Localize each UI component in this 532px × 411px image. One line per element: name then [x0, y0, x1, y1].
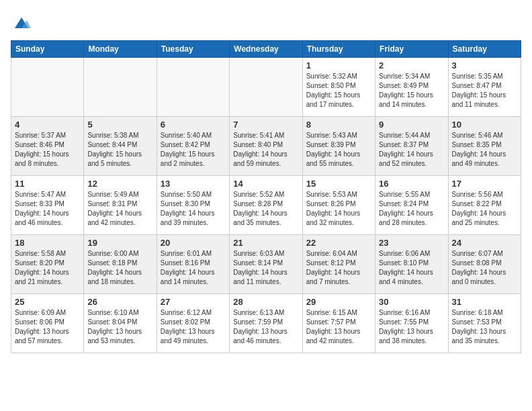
- calendar-cell: [157, 58, 229, 117]
- weekday-header-friday: Friday: [375, 41, 448, 58]
- day-info: Sunrise: 5:35 AM Sunset: 8:47 PM Dayligh…: [452, 72, 517, 109]
- calendar-week-2: 4Sunrise: 5:37 AM Sunset: 8:46 PM Daylig…: [11, 117, 521, 176]
- day-info: Sunrise: 5:46 AM Sunset: 8:35 PM Dayligh…: [452, 131, 517, 169]
- day-info: Sunrise: 5:56 AM Sunset: 8:22 PM Dayligh…: [452, 190, 517, 228]
- calendar-cell: 7Sunrise: 5:41 AM Sunset: 8:40 PM Daylig…: [230, 117, 302, 176]
- calendar-cell: 25Sunrise: 6:09 AM Sunset: 8:06 PM Dayli…: [11, 294, 84, 353]
- day-number: 29: [306, 297, 371, 307]
- weekday-header-sunday: Sunday: [11, 41, 84, 58]
- day-number: 13: [161, 179, 226, 189]
- day-info: Sunrise: 6:18 AM Sunset: 7:53 PM Dayligh…: [452, 308, 517, 346]
- calendar-cell: 27Sunrise: 6:12 AM Sunset: 8:02 PM Dayli…: [157, 294, 229, 353]
- calendar-cell: 30Sunrise: 6:16 AM Sunset: 7:55 PM Dayli…: [375, 294, 448, 353]
- day-info: Sunrise: 5:37 AM Sunset: 8:46 PM Dayligh…: [15, 131, 80, 169]
- calendar-cell: 13Sunrise: 5:50 AM Sunset: 8:30 PM Dayli…: [157, 176, 229, 235]
- day-number: 10: [452, 120, 517, 130]
- calendar-week-3: 11Sunrise: 5:47 AM Sunset: 8:33 PM Dayli…: [11, 176, 521, 235]
- weekday-header-saturday: Saturday: [448, 41, 521, 58]
- day-number: 18: [15, 238, 80, 248]
- calendar-cell: [11, 58, 84, 117]
- day-number: 14: [233, 179, 298, 189]
- day-info: Sunrise: 5:32 AM Sunset: 8:50 PM Dayligh…: [306, 72, 371, 109]
- day-info: Sunrise: 6:12 AM Sunset: 8:02 PM Dayligh…: [161, 308, 226, 346]
- calendar-table: SundayMondayTuesdayWednesdayThursdayFrid…: [11, 40, 521, 353]
- calendar-cell: 1Sunrise: 5:32 AM Sunset: 8:50 PM Daylig…: [302, 58, 375, 117]
- page-header: [11, 11, 521, 35]
- weekday-header-wednesday: Wednesday: [230, 41, 302, 58]
- day-info: Sunrise: 5:53 AM Sunset: 8:26 PM Dayligh…: [306, 190, 371, 228]
- calendar-cell: 4Sunrise: 5:37 AM Sunset: 8:46 PM Daylig…: [11, 117, 84, 176]
- weekday-header-thursday: Thursday: [302, 41, 375, 58]
- calendar-week-1: 1Sunrise: 5:32 AM Sunset: 8:50 PM Daylig…: [11, 58, 521, 117]
- day-info: Sunrise: 6:04 AM Sunset: 8:12 PM Dayligh…: [306, 249, 371, 287]
- calendar-cell: 17Sunrise: 5:56 AM Sunset: 8:22 PM Dayli…: [448, 176, 521, 235]
- day-info: Sunrise: 5:58 AM Sunset: 8:20 PM Dayligh…: [15, 249, 80, 287]
- day-info: Sunrise: 6:15 AM Sunset: 7:57 PM Dayligh…: [306, 308, 371, 346]
- calendar-cell: 8Sunrise: 5:43 AM Sunset: 8:39 PM Daylig…: [302, 117, 375, 176]
- calendar-cell: 23Sunrise: 6:06 AM Sunset: 8:10 PM Dayli…: [375, 235, 448, 294]
- day-info: Sunrise: 5:49 AM Sunset: 8:31 PM Dayligh…: [87, 190, 152, 228]
- day-info: Sunrise: 6:01 AM Sunset: 8:16 PM Dayligh…: [161, 249, 226, 287]
- calendar-cell: 26Sunrise: 6:10 AM Sunset: 8:04 PM Dayli…: [84, 294, 157, 353]
- calendar-cell: 19Sunrise: 6:00 AM Sunset: 8:18 PM Dayli…: [84, 235, 157, 294]
- day-info: Sunrise: 6:13 AM Sunset: 7:59 PM Dayligh…: [233, 308, 298, 346]
- day-number: 24: [452, 238, 517, 248]
- calendar-cell: 11Sunrise: 5:47 AM Sunset: 8:33 PM Dayli…: [11, 176, 84, 235]
- day-number: 5: [87, 120, 152, 130]
- day-number: 16: [379, 179, 444, 189]
- calendar-cell: 5Sunrise: 5:38 AM Sunset: 8:44 PM Daylig…: [84, 117, 157, 176]
- calendar-cell: 3Sunrise: 5:35 AM Sunset: 8:47 PM Daylig…: [448, 58, 521, 117]
- day-info: Sunrise: 5:55 AM Sunset: 8:24 PM Dayligh…: [379, 190, 444, 228]
- day-number: 25: [15, 297, 80, 307]
- calendar-cell: 24Sunrise: 6:07 AM Sunset: 8:08 PM Dayli…: [448, 235, 521, 294]
- day-info: Sunrise: 6:00 AM Sunset: 8:18 PM Dayligh…: [87, 249, 152, 287]
- day-info: Sunrise: 5:52 AM Sunset: 8:28 PM Dayligh…: [233, 190, 298, 228]
- day-number: 7: [233, 120, 298, 130]
- calendar-cell: 16Sunrise: 5:55 AM Sunset: 8:24 PM Dayli…: [375, 176, 448, 235]
- calendar-cell: 12Sunrise: 5:49 AM Sunset: 8:31 PM Dayli…: [84, 176, 157, 235]
- calendar-cell: 31Sunrise: 6:18 AM Sunset: 7:53 PM Dayli…: [448, 294, 521, 353]
- day-number: 9: [379, 120, 444, 130]
- day-info: Sunrise: 5:44 AM Sunset: 8:37 PM Dayligh…: [379, 131, 444, 169]
- day-info: Sunrise: 6:10 AM Sunset: 8:04 PM Dayligh…: [87, 308, 152, 346]
- calendar-cell: [84, 58, 157, 117]
- calendar-cell: 18Sunrise: 5:58 AM Sunset: 8:20 PM Dayli…: [11, 235, 84, 294]
- calendar-cell: 10Sunrise: 5:46 AM Sunset: 8:35 PM Dayli…: [448, 117, 521, 176]
- day-number: 8: [306, 120, 371, 130]
- day-number: 17: [452, 179, 517, 189]
- day-number: 6: [161, 120, 226, 130]
- day-number: 28: [233, 297, 298, 307]
- calendar-cell: 2Sunrise: 5:34 AM Sunset: 8:49 PM Daylig…: [375, 58, 448, 117]
- weekday-header-monday: Monday: [84, 41, 157, 58]
- day-info: Sunrise: 6:03 AM Sunset: 8:14 PM Dayligh…: [233, 249, 298, 287]
- day-number: 23: [379, 238, 444, 248]
- day-info: Sunrise: 5:40 AM Sunset: 8:42 PM Dayligh…: [161, 131, 226, 169]
- day-number: 4: [15, 120, 80, 130]
- day-number: 22: [306, 238, 371, 248]
- day-info: Sunrise: 5:47 AM Sunset: 8:33 PM Dayligh…: [15, 190, 80, 228]
- day-info: Sunrise: 6:09 AM Sunset: 8:06 PM Dayligh…: [15, 308, 80, 346]
- logo: [11, 13, 31, 35]
- calendar-week-4: 18Sunrise: 5:58 AM Sunset: 8:20 PM Dayli…: [11, 235, 521, 294]
- calendar-cell: 14Sunrise: 5:52 AM Sunset: 8:28 PM Dayli…: [230, 176, 302, 235]
- day-info: Sunrise: 6:06 AM Sunset: 8:10 PM Dayligh…: [379, 249, 444, 287]
- day-info: Sunrise: 6:07 AM Sunset: 8:08 PM Dayligh…: [452, 249, 517, 287]
- calendar-week-5: 25Sunrise: 6:09 AM Sunset: 8:06 PM Dayli…: [11, 294, 521, 353]
- day-number: 30: [379, 297, 444, 307]
- day-info: Sunrise: 5:43 AM Sunset: 8:39 PM Dayligh…: [306, 131, 371, 169]
- day-number: 31: [452, 297, 517, 307]
- day-number: 27: [161, 297, 226, 307]
- day-number: 19: [87, 238, 152, 248]
- day-number: 2: [379, 60, 444, 71]
- calendar-cell: 6Sunrise: 5:40 AM Sunset: 8:42 PM Daylig…: [157, 117, 229, 176]
- calendar-cell: 9Sunrise: 5:44 AM Sunset: 8:37 PM Daylig…: [375, 117, 448, 176]
- logo-icon: [12, 13, 31, 32]
- day-info: Sunrise: 5:38 AM Sunset: 8:44 PM Dayligh…: [87, 131, 152, 169]
- day-info: Sunrise: 5:50 AM Sunset: 8:30 PM Dayligh…: [161, 190, 226, 228]
- calendar-cell: 20Sunrise: 6:01 AM Sunset: 8:16 PM Dayli…: [157, 235, 229, 294]
- day-info: Sunrise: 5:41 AM Sunset: 8:40 PM Dayligh…: [233, 131, 298, 169]
- day-number: 3: [452, 60, 517, 71]
- calendar-cell: 22Sunrise: 6:04 AM Sunset: 8:12 PM Dayli…: [302, 235, 375, 294]
- day-number: 20: [161, 238, 226, 248]
- day-number: 12: [87, 179, 152, 189]
